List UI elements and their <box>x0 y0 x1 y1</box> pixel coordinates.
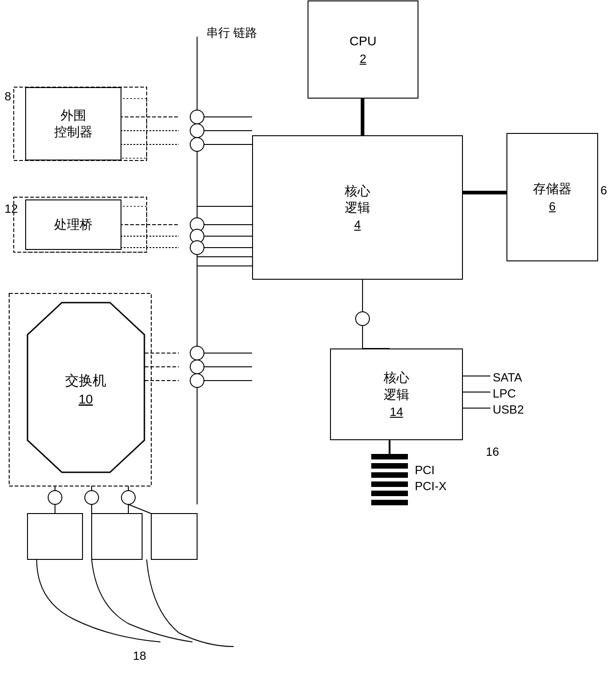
usb2-label: USB2 <box>493 403 524 417</box>
processing-bridge-label: 处理桥 <box>54 216 93 233</box>
svg-point-40 <box>85 491 99 504</box>
label-12: 12 <box>5 202 18 216</box>
svg-point-11 <box>190 124 204 138</box>
svg-point-34 <box>190 374 204 387</box>
memory-box: 存储器 6 <box>506 133 598 261</box>
svg-rect-45 <box>28 514 82 559</box>
cpu-label: CPU <box>349 33 376 50</box>
core-logic-4-label: 核心逻辑 <box>345 183 370 216</box>
diagram-container: CPU 2 核心逻辑 4 存储器 6 外围控制器 处理桥 交换机 10 核心逻辑… <box>0 0 616 680</box>
pcix-label: PCI-X <box>415 479 446 493</box>
svg-line-50 <box>128 504 151 514</box>
peripheral-ctrl-box: 外围控制器 <box>25 87 121 160</box>
svg-point-33 <box>190 360 204 374</box>
svg-text:交换机: 交换机 <box>65 373 106 388</box>
cpu-box: CPU 2 <box>308 0 418 99</box>
core-logic-14-label: 核心逻辑 <box>384 370 409 403</box>
svg-text:10: 10 <box>78 392 93 406</box>
lpc-label: LPC <box>493 387 516 401</box>
svg-point-26 <box>356 312 369 326</box>
svg-point-10 <box>190 110 204 124</box>
peripheral-ctrl-label: 外围控制器 <box>54 107 93 141</box>
core-logic-14-box: 核心逻辑 14 <box>330 348 463 440</box>
svg-rect-46 <box>92 514 142 559</box>
core-logic-4-box: 核心逻辑 4 <box>252 135 463 280</box>
svg-point-41 <box>121 491 135 504</box>
core-logic-14-number: 14 <box>390 405 403 419</box>
svg-point-12 <box>190 138 204 151</box>
serial-chain-label: 串行 链路 <box>206 25 257 41</box>
label-6: 6 <box>600 183 607 198</box>
svg-rect-60 <box>371 491 408 496</box>
memory-label: 存储器 <box>533 181 572 197</box>
svg-point-32 <box>190 346 204 360</box>
processing-bridge-box: 处理桥 <box>25 199 121 250</box>
svg-point-21 <box>190 241 204 254</box>
cpu-number: 2 <box>360 52 366 66</box>
pci-label: PCI <box>415 463 434 477</box>
switch-octagon: 交换机 10 <box>25 300 147 475</box>
memory-number: 6 <box>549 199 556 214</box>
svg-point-39 <box>48 491 62 504</box>
svg-rect-61 <box>371 500 408 505</box>
svg-rect-57 <box>371 463 408 469</box>
sata-label: SATA <box>493 370 522 385</box>
svg-rect-59 <box>371 481 408 487</box>
label-8: 8 <box>5 89 11 104</box>
svg-rect-56 <box>371 454 408 459</box>
core-logic-4-number: 4 <box>354 218 361 232</box>
svg-rect-58 <box>371 472 408 478</box>
svg-rect-47 <box>151 514 197 559</box>
label-16: 16 <box>486 445 499 459</box>
label-18: 18 <box>133 649 146 663</box>
